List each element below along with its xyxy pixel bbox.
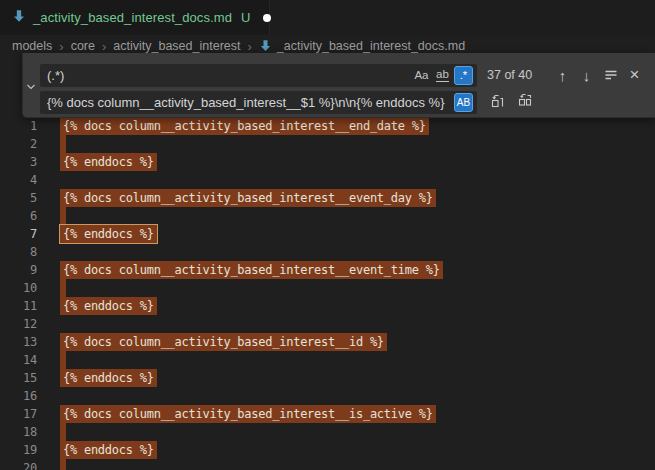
breadcrumb-label: _activity_based_interest_docs.md — [277, 39, 465, 53]
line-number: 14 — [0, 351, 37, 369]
find-match-highlight[interactable]: {% enddocs %} — [60, 297, 157, 315]
find-match-highlight[interactable]: {% enddocs %} — [60, 369, 157, 387]
find-in-selection-button[interactable] — [600, 65, 621, 86]
find-in-selection-icon — [604, 67, 618, 84]
line-number: 3 — [0, 153, 37, 171]
code-line[interactable]: 20 — [0, 459, 655, 470]
replace-icon — [489, 93, 505, 112]
replace-all-icon — [517, 93, 533, 112]
breadcrumb-label: core — [71, 39, 95, 53]
breadcrumb-item[interactable]: activity_based_interest — [113, 39, 240, 53]
close-button[interactable]: × — [624, 65, 645, 86]
empty-line-match-strip[interactable] — [60, 279, 66, 297]
markdown-file-icon — [12, 9, 26, 27]
line-number: 1 — [0, 117, 37, 135]
line-number: 2 — [0, 135, 37, 153]
replace-all-button[interactable] — [514, 92, 535, 113]
find-match-highlight[interactable]: {% docs column__activity_based_interest_… — [60, 261, 443, 279]
replace-input-value: {% docs column__activity_based_interest_… — [47, 95, 452, 110]
line-number: 5 — [0, 189, 37, 207]
line-number: 13 — [0, 333, 37, 351]
markdown-file-icon — [259, 39, 272, 53]
code-line[interactable]: 6 — [0, 207, 655, 225]
tab-filename: _activity_based_interest_docs.md — [33, 10, 232, 25]
breadcrumb-item[interactable]: models — [12, 39, 52, 53]
find-match-highlight[interactable]: {% enddocs %} — [60, 153, 157, 171]
line-number: 15 — [0, 369, 37, 387]
breadcrumb-item[interactable]: _activity_based_interest_docs.md — [259, 39, 465, 53]
code-line[interactable]: 18 — [0, 423, 655, 441]
code-line[interactable]: 8 — [0, 243, 655, 261]
code-area[interactable]: 1{% docs column__activity_based_interest… — [0, 117, 655, 470]
code-line[interactable]: 11{% enddocs %} — [0, 297, 655, 315]
find-match-highlight[interactable]: {% docs column__activity_based_interest_… — [60, 117, 429, 135]
tab-activity-based-interest-docs[interactable]: _activity_based_interest_docs.md U — [0, 0, 270, 35]
line-number: 16 — [0, 387, 37, 405]
code-line[interactable]: 3{% enddocs %} — [0, 153, 655, 171]
match-case-button[interactable]: Aa — [412, 66, 431, 85]
code-line[interactable]: 14 — [0, 351, 655, 369]
code-line[interactable]: 2 — [0, 135, 655, 153]
git-status-badge: U — [241, 10, 250, 25]
find-match-highlight[interactable]: {% enddocs %} — [60, 441, 157, 459]
find-match-highlight[interactable]: {% docs column__activity_based_interest_… — [60, 189, 436, 207]
code-line[interactable]: 4 — [0, 171, 655, 189]
breadcrumb-separator-icon: › — [246, 39, 252, 54]
modified-indicator-dot[interactable] — [263, 14, 271, 22]
replace-button[interactable] — [486, 92, 507, 113]
tab-bar: _activity_based_interest_docs.md U — [0, 0, 655, 35]
line-number: 10 — [0, 279, 37, 297]
line-number: 8 — [0, 243, 37, 261]
line-number: 6 — [0, 207, 37, 225]
code-line[interactable]: 5{% docs column__activity_based_interest… — [0, 189, 655, 207]
next-match-button[interactable]: ↓ — [576, 65, 597, 86]
code-line[interactable]: 9{% docs column__activity_based_interest… — [0, 261, 655, 279]
preserve-case-button[interactable]: AB — [454, 93, 473, 112]
breadcrumb-label: activity_based_interest — [113, 39, 240, 53]
find-match-highlight[interactable]: {% enddocs %} — [60, 225, 157, 243]
find-replace-widget: (.*) Aa ab .* 37 of 40 ↑ ↓ × {% docs col… — [22, 53, 655, 118]
empty-line-match-strip[interactable] — [60, 459, 66, 470]
breadcrumb-label: models — [12, 39, 52, 53]
empty-line-match-strip[interactable] — [60, 351, 66, 369]
empty-line-match-strip[interactable] — [60, 423, 66, 441]
line-number: 19 — [0, 441, 37, 459]
code-line[interactable]: 17{% docs column__activity_based_interes… — [0, 405, 655, 423]
breadcrumb-separator-icon: › — [58, 39, 64, 54]
previous-match-button[interactable]: ↑ — [552, 65, 573, 86]
line-number: 11 — [0, 297, 37, 315]
line-number: 18 — [0, 423, 37, 441]
code-line[interactable]: 16 — [0, 387, 655, 405]
editor-pane[interactable]: 1{% docs column__activity_based_interest… — [0, 57, 655, 470]
code-line[interactable]: 19{% enddocs %} — [0, 441, 655, 459]
line-number: 12 — [0, 315, 37, 333]
breadcrumb-item[interactable]: core — [71, 39, 95, 53]
code-line[interactable]: 15{% enddocs %} — [0, 369, 655, 387]
code-line[interactable]: 1{% docs column__activity_based_interest… — [0, 117, 655, 135]
find-input-value: (.*) — [47, 68, 410, 83]
line-number: 4 — [0, 171, 37, 189]
code-line[interactable]: 13{% docs column__activity_based_interes… — [0, 333, 655, 351]
code-line[interactable]: 12 — [0, 315, 655, 333]
line-number: 20 — [0, 459, 37, 470]
find-match-highlight[interactable]: {% docs column__activity_based_interest_… — [60, 333, 387, 351]
find-input[interactable]: (.*) Aa ab .* — [40, 64, 477, 87]
line-number: 7 — [0, 225, 37, 243]
whole-word-button[interactable]: ab — [433, 66, 452, 85]
breadcrumb-separator-icon: › — [101, 39, 107, 54]
empty-line-match-strip[interactable] — [60, 207, 66, 225]
code-line[interactable]: 10 — [0, 279, 655, 297]
chevron-down-icon — [26, 78, 36, 96]
line-number: 17 — [0, 405, 37, 423]
line-number: 9 — [0, 261, 37, 279]
code-line-current-match[interactable]: 7{% enddocs %} — [0, 225, 655, 243]
empty-line-match-strip[interactable] — [60, 135, 66, 153]
find-match-highlight[interactable]: {% docs column__activity_based_interest_… — [60, 405, 436, 423]
replace-input[interactable]: {% docs column__activity_based_interest_… — [40, 91, 477, 114]
match-counter: 37 of 40 — [487, 68, 532, 82]
toggle-replace-button[interactable] — [23, 57, 39, 117]
regex-button[interactable]: .* — [454, 66, 473, 85]
